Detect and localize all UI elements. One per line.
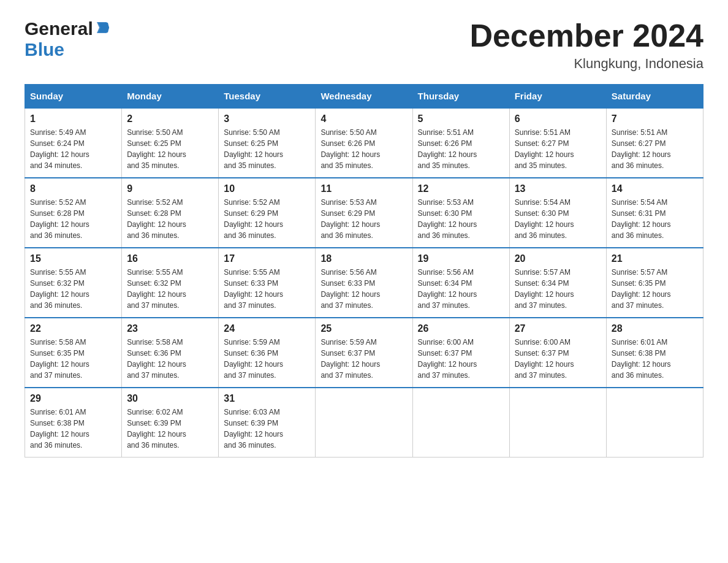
calendar-cell: 21 Sunrise: 5:57 AM Sunset: 6:35 PM Dayl… <box>606 248 703 318</box>
day-number: 31 <box>224 393 310 404</box>
calendar-cell: 26 Sunrise: 6:00 AM Sunset: 6:37 PM Dayl… <box>412 318 509 388</box>
day-info: Sunrise: 5:50 AM Sunset: 6:26 PM Dayligh… <box>320 127 407 171</box>
calendar-cell: 27 Sunrise: 6:00 AM Sunset: 6:37 PM Dayl… <box>509 318 606 388</box>
calendar-cell: 7 Sunrise: 5:51 AM Sunset: 6:27 PM Dayli… <box>606 108 703 178</box>
calendar-cell <box>509 388 606 458</box>
day-number: 11 <box>320 183 407 194</box>
calendar-cell: 31 Sunrise: 6:03 AM Sunset: 6:39 PM Dayl… <box>219 388 316 458</box>
calendar-cell: 9 Sunrise: 5:52 AM Sunset: 6:28 PM Dayli… <box>122 178 219 248</box>
day-info: Sunrise: 5:50 AM Sunset: 6:25 PM Dayligh… <box>127 127 213 171</box>
day-info: Sunrise: 6:02 AM Sunset: 6:39 PM Dayligh… <box>127 407 213 451</box>
day-number: 29 <box>30 393 116 404</box>
day-number: 13 <box>515 183 601 194</box>
calendar-week-row: 29 Sunrise: 6:01 AM Sunset: 6:38 PM Dayl… <box>25 388 703 458</box>
day-info: Sunrise: 6:01 AM Sunset: 6:38 PM Dayligh… <box>30 407 116 451</box>
day-number: 15 <box>30 253 116 264</box>
day-number: 5 <box>418 113 504 124</box>
day-info: Sunrise: 5:59 AM Sunset: 6:36 PM Dayligh… <box>224 337 310 381</box>
calendar-cell: 23 Sunrise: 5:58 AM Sunset: 6:36 PM Dayl… <box>122 318 219 388</box>
page-title: December 2024 <box>469 18 703 53</box>
day-number: 19 <box>418 253 504 264</box>
title-section: December 2024 Klungkung, Indonesia <box>469 18 703 72</box>
calendar-header-monday: Monday <box>122 85 219 109</box>
calendar-cell: 16 Sunrise: 5:55 AM Sunset: 6:32 PM Dayl… <box>122 248 219 318</box>
day-info: Sunrise: 5:55 AM Sunset: 6:32 PM Dayligh… <box>127 267 213 311</box>
calendar-cell <box>606 388 703 458</box>
day-info: Sunrise: 5:51 AM Sunset: 6:27 PM Dayligh… <box>612 127 698 171</box>
day-number: 21 <box>612 253 698 264</box>
day-info: Sunrise: 5:57 AM Sunset: 6:35 PM Dayligh… <box>612 267 698 311</box>
day-info: Sunrise: 5:53 AM Sunset: 6:30 PM Dayligh… <box>418 197 504 241</box>
day-number: 25 <box>320 323 407 334</box>
day-number: 4 <box>320 113 407 124</box>
calendar-cell: 4 Sunrise: 5:50 AM Sunset: 6:26 PM Dayli… <box>316 108 412 178</box>
calendar-header-sunday: Sunday <box>25 85 122 109</box>
logo: General Blue <box>25 18 109 60</box>
calendar-cell: 10 Sunrise: 5:52 AM Sunset: 6:29 PM Dayl… <box>219 178 316 248</box>
day-number: 30 <box>127 393 213 404</box>
calendar-cell: 29 Sunrise: 6:01 AM Sunset: 6:38 PM Dayl… <box>25 388 122 458</box>
day-number: 8 <box>30 183 116 194</box>
calendar-cell: 5 Sunrise: 5:51 AM Sunset: 6:26 PM Dayli… <box>412 108 509 178</box>
day-info: Sunrise: 5:59 AM Sunset: 6:37 PM Dayligh… <box>320 337 407 381</box>
day-info: Sunrise: 5:54 AM Sunset: 6:31 PM Dayligh… <box>612 197 698 241</box>
day-info: Sunrise: 5:54 AM Sunset: 6:30 PM Dayligh… <box>515 197 601 241</box>
calendar-header-friday: Friday <box>509 85 606 109</box>
day-number: 22 <box>30 323 116 334</box>
logo-general-text: General <box>25 18 93 39</box>
day-number: 24 <box>224 323 310 334</box>
calendar-cell: 8 Sunrise: 5:52 AM Sunset: 6:28 PM Dayli… <box>25 178 122 248</box>
calendar-cell: 30 Sunrise: 6:02 AM Sunset: 6:39 PM Dayl… <box>122 388 219 458</box>
day-number: 16 <box>127 253 213 264</box>
day-info: Sunrise: 6:00 AM Sunset: 6:37 PM Dayligh… <box>515 337 601 381</box>
calendar-cell: 22 Sunrise: 5:58 AM Sunset: 6:35 PM Dayl… <box>25 318 122 388</box>
day-number: 17 <box>224 253 310 264</box>
day-info: Sunrise: 6:03 AM Sunset: 6:39 PM Dayligh… <box>224 407 310 451</box>
calendar-week-row: 1 Sunrise: 5:49 AM Sunset: 6:24 PM Dayli… <box>25 108 703 178</box>
day-info: Sunrise: 5:57 AM Sunset: 6:34 PM Dayligh… <box>515 267 601 311</box>
day-number: 3 <box>224 113 310 124</box>
calendar-cell: 19 Sunrise: 5:56 AM Sunset: 6:34 PM Dayl… <box>412 248 509 318</box>
day-number: 6 <box>515 113 601 124</box>
logo-flag-icon <box>96 21 109 37</box>
calendar-cell <box>412 388 509 458</box>
day-number: 1 <box>30 113 116 124</box>
day-info: Sunrise: 5:55 AM Sunset: 6:32 PM Dayligh… <box>30 267 116 311</box>
day-number: 26 <box>418 323 504 334</box>
logo-blue-text: Blue <box>25 39 64 59</box>
day-number: 28 <box>612 323 698 334</box>
calendar-week-row: 15 Sunrise: 5:55 AM Sunset: 6:32 PM Dayl… <box>25 248 703 318</box>
day-number: 14 <box>612 183 698 194</box>
calendar-cell: 1 Sunrise: 5:49 AM Sunset: 6:24 PM Dayli… <box>25 108 122 178</box>
day-number: 9 <box>127 183 213 194</box>
day-info: Sunrise: 5:50 AM Sunset: 6:25 PM Dayligh… <box>224 127 310 171</box>
calendar-header-thursday: Thursday <box>412 85 509 109</box>
calendar-header-wednesday: Wednesday <box>316 85 412 109</box>
calendar-cell: 13 Sunrise: 5:54 AM Sunset: 6:30 PM Dayl… <box>509 178 606 248</box>
calendar-cell: 12 Sunrise: 5:53 AM Sunset: 6:30 PM Dayl… <box>412 178 509 248</box>
calendar-cell: 24 Sunrise: 5:59 AM Sunset: 6:36 PM Dayl… <box>219 318 316 388</box>
day-info: Sunrise: 5:51 AM Sunset: 6:27 PM Dayligh… <box>515 127 601 171</box>
day-number: 7 <box>612 113 698 124</box>
calendar-cell: 2 Sunrise: 5:50 AM Sunset: 6:25 PM Dayli… <box>122 108 219 178</box>
day-info: Sunrise: 5:55 AM Sunset: 6:33 PM Dayligh… <box>224 267 310 311</box>
day-number: 18 <box>320 253 407 264</box>
calendar-cell: 14 Sunrise: 5:54 AM Sunset: 6:31 PM Dayl… <box>606 178 703 248</box>
calendar-cell: 6 Sunrise: 5:51 AM Sunset: 6:27 PM Dayli… <box>509 108 606 178</box>
day-number: 12 <box>418 183 504 194</box>
calendar-cell <box>316 388 412 458</box>
day-number: 10 <box>224 183 310 194</box>
day-info: Sunrise: 5:56 AM Sunset: 6:33 PM Dayligh… <box>320 267 407 311</box>
calendar-week-row: 8 Sunrise: 5:52 AM Sunset: 6:28 PM Dayli… <box>25 178 703 248</box>
calendar-cell: 28 Sunrise: 6:01 AM Sunset: 6:38 PM Dayl… <box>606 318 703 388</box>
calendar-cell: 18 Sunrise: 5:56 AM Sunset: 6:33 PM Dayl… <box>316 248 412 318</box>
day-info: Sunrise: 5:51 AM Sunset: 6:26 PM Dayligh… <box>418 127 504 171</box>
day-info: Sunrise: 6:00 AM Sunset: 6:37 PM Dayligh… <box>418 337 504 381</box>
calendar-header-row: SundayMondayTuesdayWednesdayThursdayFrid… <box>25 85 703 109</box>
day-info: Sunrise: 5:52 AM Sunset: 6:29 PM Dayligh… <box>224 197 310 241</box>
day-info: Sunrise: 5:49 AM Sunset: 6:24 PM Dayligh… <box>30 127 116 171</box>
day-info: Sunrise: 5:52 AM Sunset: 6:28 PM Dayligh… <box>127 197 213 241</box>
calendar-cell: 25 Sunrise: 5:59 AM Sunset: 6:37 PM Dayl… <box>316 318 412 388</box>
calendar-header-saturday: Saturday <box>606 85 703 109</box>
calendar-cell: 3 Sunrise: 5:50 AM Sunset: 6:25 PM Dayli… <box>219 108 316 178</box>
